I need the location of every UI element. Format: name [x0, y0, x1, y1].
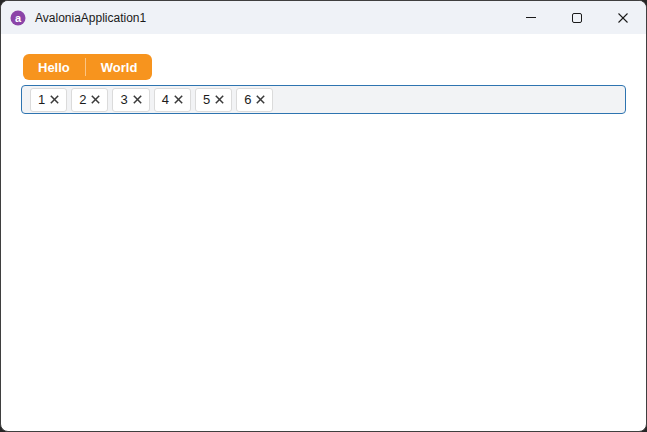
- tag-remove-button[interactable]: [215, 95, 224, 104]
- tag-remove-button[interactable]: [133, 95, 142, 104]
- avalonia-logo-icon[interactable]: a: [10, 10, 26, 26]
- close-icon: [617, 12, 629, 24]
- tag-remove-button[interactable]: [91, 95, 100, 104]
- close-x-icon: [50, 95, 59, 104]
- hello-world-split-button: Hello World: [23, 54, 152, 80]
- content-area: Hello World 1 2 3 4 5: [1, 34, 646, 114]
- tag-label: 4: [162, 92, 169, 107]
- window-title: AvaloniaApplication1: [35, 11, 146, 25]
- tag-item: 4: [154, 88, 191, 112]
- tag-label: 3: [120, 92, 127, 107]
- tag-item: 3: [112, 88, 149, 112]
- tag-label: 2: [79, 92, 86, 107]
- tagbox-input[interactable]: 1 2 3 4 5 6: [21, 85, 626, 114]
- maximize-button[interactable]: [554, 1, 600, 34]
- titlebar[interactable]: a AvaloniaApplication1: [1, 1, 646, 34]
- tag-item: 6: [236, 88, 273, 112]
- tag-label: 5: [203, 92, 210, 107]
- minimize-button[interactable]: [508, 1, 554, 34]
- tag-item: 2: [71, 88, 108, 112]
- close-x-icon: [256, 95, 265, 104]
- tag-remove-button[interactable]: [50, 95, 59, 104]
- tag-remove-button[interactable]: [174, 95, 183, 104]
- tag-item: 1: [30, 88, 67, 112]
- close-x-icon: [133, 95, 142, 104]
- svg-text:a: a: [15, 11, 22, 23]
- app-window: a AvaloniaApplication1 Hello World: [0, 0, 647, 432]
- maximize-icon: [572, 13, 582, 23]
- window-controls: [508, 1, 646, 34]
- close-x-icon: [91, 95, 100, 104]
- minimize-icon: [526, 17, 536, 18]
- close-button[interactable]: [600, 1, 646, 34]
- tag-remove-button[interactable]: [256, 95, 265, 104]
- hello-button[interactable]: Hello: [23, 54, 85, 80]
- close-x-icon: [215, 95, 224, 104]
- tag-label: 6: [244, 92, 251, 107]
- close-x-icon: [174, 95, 183, 104]
- world-button[interactable]: World: [86, 54, 153, 80]
- tag-item: 5: [195, 88, 232, 112]
- tag-label: 1: [38, 92, 45, 107]
